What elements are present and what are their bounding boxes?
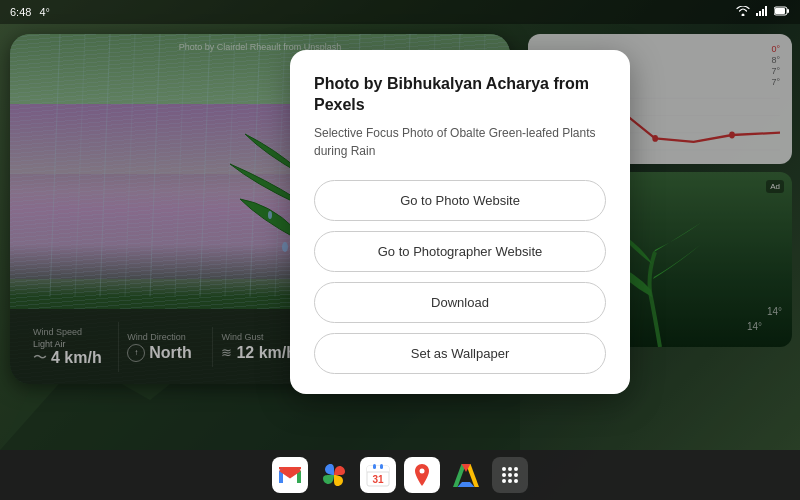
svg-rect-7 xyxy=(775,8,785,14)
google-drive-icon[interactable] xyxy=(448,457,484,493)
photo-info-dialog: Photo by Bibhukalyan Acharya from Pexels… xyxy=(290,50,630,394)
google-calendar-icon[interactable]: 31 xyxy=(360,457,396,493)
signal-icon xyxy=(756,6,768,18)
gmail-icon[interactable] xyxy=(272,457,308,493)
svg-rect-8 xyxy=(787,9,789,13)
svg-point-46 xyxy=(502,467,506,471)
go-to-photographer-website-button[interactable]: Go to Photographer Website xyxy=(314,231,606,272)
status-bar: 6:48 4° xyxy=(0,0,800,24)
svg-point-45 xyxy=(420,469,425,474)
svg-point-52 xyxy=(502,479,506,483)
dialog-description: Selective Focus Photo of Obalte Green-le… xyxy=(314,124,606,160)
status-temp: 4° xyxy=(39,6,50,18)
download-button[interactable]: Download xyxy=(314,282,606,323)
svg-point-51 xyxy=(514,473,518,477)
dialog-title: Photo by Bibhukalyan Acharya from Pexels xyxy=(314,74,606,116)
battery-icon xyxy=(774,6,790,18)
svg-point-50 xyxy=(508,473,512,477)
set-as-wallpaper-button[interactable]: Set as Wallpaper xyxy=(314,333,606,374)
status-time: 6:48 xyxy=(10,6,31,18)
svg-point-47 xyxy=(508,467,512,471)
svg-rect-42 xyxy=(373,464,376,469)
svg-point-54 xyxy=(514,479,518,483)
taskbar: 31 xyxy=(0,450,800,500)
svg-rect-43 xyxy=(380,464,383,469)
wifi-icon xyxy=(736,6,750,18)
svg-point-49 xyxy=(502,473,506,477)
svg-text:31: 31 xyxy=(372,474,384,485)
google-maps-icon[interactable] xyxy=(404,457,440,493)
svg-rect-3 xyxy=(759,11,761,16)
google-photos-icon[interactable] xyxy=(316,457,352,493)
status-icons xyxy=(736,6,790,18)
svg-point-53 xyxy=(508,479,512,483)
apps-launcher-icon[interactable] xyxy=(492,457,528,493)
svg-rect-4 xyxy=(762,9,764,16)
svg-rect-2 xyxy=(756,13,758,16)
svg-point-48 xyxy=(514,467,518,471)
go-to-photo-website-button[interactable]: Go to Photo Website xyxy=(314,180,606,221)
svg-rect-5 xyxy=(765,6,767,16)
